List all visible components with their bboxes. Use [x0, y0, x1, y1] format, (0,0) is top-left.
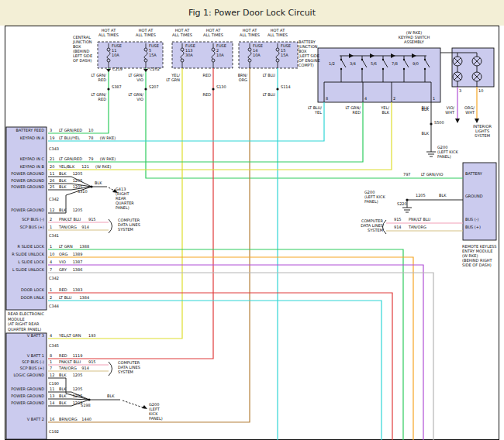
wire-color-label: RED [186, 73, 211, 77]
fuse-label: FUSE1515A [281, 43, 291, 58]
circuit-number: 915 [394, 217, 402, 222]
rke-pin-function: BUS (+) [465, 225, 481, 229]
text-line: POWER GROUND [7, 387, 44, 391]
text-line: POWER GROUND [7, 394, 44, 398]
text-line: ALL TIMES [195, 33, 232, 37]
text-line: SYSTEM [118, 227, 140, 232]
text-line: VIO [119, 77, 143, 82]
keypad-switch-label: 3/4 [350, 61, 356, 66]
fuse-label: FUSE515A [149, 43, 159, 58]
circuit-number: 1205 [416, 193, 426, 198]
circuit-number: 1440 [81, 417, 91, 421]
text-line: V BATT 3 [7, 333, 44, 338]
wire-color-label: BLK [107, 394, 115, 398]
connector-label: C190 [49, 381, 59, 386]
keypad-switch-label: 1/2 [329, 61, 335, 66]
module-pin-function: BATTERY FEED [7, 128, 44, 132]
rke-note: (W RKE) [100, 136, 116, 140]
text-line: RED [337, 110, 361, 115]
circuit-number: 1388 [79, 244, 89, 249]
circuit-number: 78 [88, 136, 93, 140]
module-pin-function: R SLIDE UNLOCK [7, 252, 44, 256]
text-line: BLK [366, 110, 389, 115]
connector-label: C345 [49, 343, 59, 348]
connector-label: C343 [49, 146, 59, 151]
circuit-number: 1205 [73, 208, 83, 212]
pin-number: 1 [50, 287, 52, 292]
keypad-pin-number: 4 [364, 96, 367, 101]
battery-junction-box-label: BATTERYJUNCTIONBOX(LEFT SIDEOF ENGINECOM… [299, 40, 320, 67]
text-line: KEYPAD IN C [7, 156, 44, 161]
connector-label: C192 [49, 429, 59, 434]
circuit-number: 1205 [73, 171, 83, 176]
splice-label: S500 [434, 120, 444, 125]
text-line: POWER GROUND [7, 178, 44, 183]
wire-color-label: LT BLU/YEL [59, 136, 80, 140]
circuit-number: 1386 [73, 267, 83, 272]
wire-color-label: BLK [415, 131, 429, 136]
text-line: YEL [299, 110, 322, 115]
ground-ref-g200: G200(LEFTKICKPANEL) [149, 402, 163, 421]
central-junction-box-label: CENTRALJUNCTIONBOX(BEHINDLEFT SIDEOF DAS… [73, 35, 92, 63]
pin-number: 19 [50, 136, 54, 140]
rke-pin-function: GROUND [465, 194, 483, 198]
wire-color-label: LT GRN/RED [81, 73, 106, 82]
module-pin-function: POWER GROUND [7, 208, 44, 212]
wire-color-label: BLK [59, 171, 67, 176]
hot-at-all-times-label: HOT ATALL TIMES [90, 28, 127, 37]
keypad-assembly-title: (W RKE)KEYPAD SWITCHASSEMBLY [381, 30, 447, 44]
text-line: OF DASH) [73, 58, 92, 63]
circuit-number: 1389 [73, 252, 83, 256]
text-line: SYSTEM [118, 370, 140, 374]
module-pin-function: POWER GROUND [7, 184, 44, 189]
module-pin-function: L SLIDE UNLOCK [7, 267, 44, 272]
hot-at-all-times-label: HOT ATALL TIMES [127, 28, 164, 37]
pin-number: 2 [50, 295, 52, 300]
module-pin-function: V BATT 3 [7, 333, 44, 338]
pin-number: 10 [50, 252, 54, 256]
pin-number: 2 [50, 217, 52, 222]
circuit-number: 10 [88, 128, 93, 132]
module-pin-function: SCP BUS (-) [7, 217, 44, 222]
module-pin-function: POWER GROUND [7, 394, 44, 398]
wire-color-label: BRN/ORG [59, 417, 78, 421]
wire-color-label: GRY [59, 267, 67, 272]
label-layer: CENTRALJUNCTIONBOX(BEHINDLEFT SIDEOF DAS… [0, 0, 504, 440]
text-line: 10A [216, 53, 226, 57]
wire-color-label: YEL/LT GRN [155, 73, 180, 82]
pin-number: 25 [50, 184, 54, 189]
module-pin-function: R SLIDE LOCK [7, 244, 44, 249]
circuit-number: 193 [88, 333, 96, 338]
pin-number: 11 [50, 171, 54, 176]
wire-color-label: PNK/LT BLU [59, 217, 81, 222]
module-pin-function: SCP BUS (+) [7, 225, 44, 229]
wire-color-label: LT GRN/RED [59, 156, 82, 161]
text-line: 30A [185, 53, 195, 57]
hot-at-all-times-label: HOT ATALL TIMES [259, 28, 296, 37]
text-line: SYSTEM [467, 133, 498, 138]
text-line: 10A [112, 53, 122, 57]
text-line: DOOR LOCK [7, 287, 44, 292]
wire-color-label: PNK/LT BLU [409, 217, 430, 222]
fuse-label: FUSE1410A [253, 43, 263, 58]
wire-color-label: RED [59, 353, 67, 358]
rke-pin-function: BUS (-) [465, 217, 479, 222]
connector-label: C341 [49, 233, 59, 238]
text-line: LOGIC GROUND [7, 373, 44, 377]
rke-note: (W RKE) [100, 156, 116, 161]
module-pin-function: LOGIC GROUND [7, 373, 44, 377]
module-pin-function: L SLIDE LOCK [7, 260, 44, 264]
wire-color-label: YEL/LT GRN [59, 333, 81, 338]
text-line: DOOR UNLK [7, 295, 44, 300]
wire-color-label: BLK [439, 193, 447, 198]
wire-color-label: LT GRN [59, 244, 73, 249]
wiring-diagram-page: Fig 1: Power Door Lock Circuit [0, 0, 504, 440]
circuit-number: 915 [88, 217, 96, 222]
wire-color-label: BLK [59, 184, 67, 189]
keypad-pin-number: 8 [326, 96, 328, 101]
keypad-pin-number: 2 [393, 96, 395, 101]
text-line: QUARTER PANEL) [8, 327, 47, 332]
wire-color-label: BLK [59, 373, 67, 377]
text-line: POWER GROUND [7, 208, 44, 212]
circuit-number: 121 [81, 164, 89, 169]
